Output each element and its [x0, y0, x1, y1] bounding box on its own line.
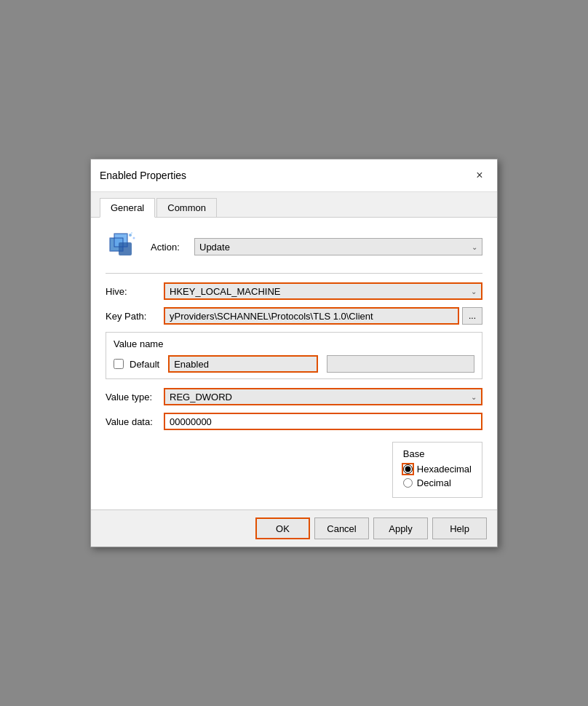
key-path-label: Key Path: [106, 311, 164, 322]
dec-label: Decimal [417, 477, 451, 488]
ok-button[interactable]: OK [255, 517, 310, 539]
tab-common[interactable]: Common [156, 198, 217, 217]
registry-icon-svg [108, 232, 138, 261]
base-section: Base Hexadecimal Decimal [106, 436, 482, 498]
tab-content-general: Action: Update ⌄ Hive: HKEY_LOCAL_MACHIN… [91, 218, 497, 510]
help-button[interactable]: Help [432, 517, 487, 539]
base-group-title: Base [403, 448, 472, 459]
header-row: Action: Update ⌄ [106, 229, 482, 264]
value-type-value: REG_DWORD [170, 392, 232, 402]
value-name-group-legend: Value name [114, 338, 474, 349]
browse-button[interactable]: ... [462, 307, 482, 325]
value-name-group: Value name Default [106, 332, 482, 379]
key-path-row: Key Path: ... [106, 307, 482, 325]
svg-rect-2 [119, 242, 132, 255]
value-type-dropdown-arrow: ⌄ [471, 393, 477, 401]
tab-bar: General Common [91, 192, 497, 218]
action-row: Action: Update ⌄ [151, 238, 482, 255]
dialog-title: Enabled Properties [100, 170, 186, 181]
value-name-input[interactable] [168, 355, 317, 373]
key-path-input[interactable] [164, 307, 459, 325]
action-dropdown-arrow: ⌄ [472, 243, 477, 251]
hive-dropdown-arrow: ⌄ [471, 287, 477, 296]
action-select[interactable]: Update ⌄ [194, 238, 482, 255]
dialog-footer: OK Cancel Apply Help [91, 510, 497, 547]
value-data-row: Value data: [106, 413, 482, 430]
close-button[interactable]: × [471, 167, 488, 184]
svg-point-5 [129, 234, 132, 237]
value-type-label: Value type: [106, 392, 164, 402]
base-group: Base Hexadecimal Decimal [392, 442, 482, 498]
value-type-select[interactable]: REG_DWORD ⌄ [164, 388, 482, 405]
title-bar: Enabled Properties × [91, 159, 497, 192]
svg-point-7 [131, 232, 132, 234]
dialog-window: Enabled Properties × General Common [90, 159, 498, 547]
value-type-row: Value type: REG_DWORD ⌄ [106, 388, 482, 405]
hive-select[interactable]: HKEY_LOCAL_MACHINE ⌄ [164, 282, 482, 300]
value-name-checkbox-row: Default [114, 355, 474, 373]
registry-icon [106, 229, 140, 264]
divider-1 [106, 273, 482, 274]
cancel-button[interactable]: Cancel [314, 517, 369, 539]
value-name-extra-input[interactable] [327, 355, 474, 373]
hive-label: Hive: [106, 286, 164, 297]
hex-radio-row: Hexadecimal [403, 464, 472, 475]
value-data-input[interactable] [164, 413, 482, 430]
tab-general[interactable]: General [100, 198, 155, 218]
default-checkbox-label: Default [130, 359, 159, 370]
dec-radio[interactable] [403, 478, 413, 488]
value-data-label: Value data: [106, 416, 164, 427]
hex-radio[interactable] [403, 464, 413, 474]
hex-label: Hexadecimal [417, 464, 472, 475]
dec-radio-row: Decimal [403, 477, 472, 488]
default-checkbox[interactable] [114, 359, 124, 369]
action-label: Action: [151, 242, 187, 253]
hive-value: HKEY_LOCAL_MACHINE [170, 286, 280, 297]
hive-row: Hive: HKEY_LOCAL_MACHINE ⌄ [106, 282, 482, 300]
action-value: Update [199, 242, 230, 253]
key-path-input-group: ... [164, 307, 482, 325]
apply-button[interactable]: Apply [373, 517, 428, 539]
svg-point-6 [133, 237, 135, 239]
